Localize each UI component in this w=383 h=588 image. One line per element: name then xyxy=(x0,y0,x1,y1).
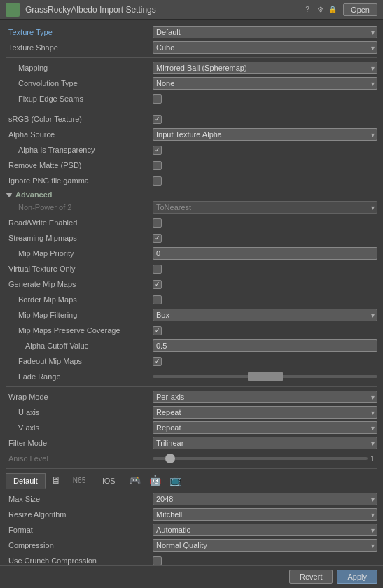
ignore-png-value xyxy=(153,176,377,186)
format-dropdown[interactable]: Automatic xyxy=(153,524,377,536)
advanced-label: Advanced xyxy=(15,190,53,199)
revert-button[interactable]: Revert xyxy=(289,570,333,584)
compression-value: Normal Quality xyxy=(153,539,377,552)
ignore-png-row: Ignore PNG file gamma xyxy=(6,174,377,188)
fixup-edge-seams-value xyxy=(153,94,377,104)
compression-dropdown-wrapper: Normal Quality xyxy=(153,539,377,552)
generate-mipmaps-row: Generate Mip Maps xyxy=(6,277,377,291)
mip-priority-label: Mip Map Priority xyxy=(6,249,153,258)
mip-filtering-label: Mip Map Filtering xyxy=(6,311,153,319)
tab-default[interactable]: Default xyxy=(6,473,46,489)
convolution-type-dropdown-wrapper: None xyxy=(153,77,377,90)
fadeout-mipmaps-value xyxy=(153,357,377,366)
resize-algo-dropdown-wrapper: Mitchell xyxy=(153,508,377,521)
max-size-dropdown[interactable]: 2048 xyxy=(153,493,377,505)
advanced-triangle-icon xyxy=(6,192,13,197)
divider-1 xyxy=(6,57,377,58)
fadeout-mipmaps-label: Fadeout Mip Maps xyxy=(6,357,153,365)
fade-range-label: Fade Range xyxy=(6,372,153,381)
main-window: GrassRockyAlbedo Import Settings ? ⚙ 🔒 O… xyxy=(0,0,383,588)
crunch-compression-label: Use Crunch Compression xyxy=(6,556,153,565)
virtual-texture-checkbox[interactable] xyxy=(153,265,162,274)
lock-icon[interactable]: 🔒 xyxy=(328,5,337,15)
resize-algo-value: Mitchell xyxy=(153,508,377,521)
compression-dropdown[interactable]: Normal Quality xyxy=(153,539,377,552)
alpha-cutoff-value xyxy=(153,340,377,352)
non-power-dropdown[interactable]: ToNearest xyxy=(153,201,377,214)
streaming-mipmaps-checkbox[interactable] xyxy=(153,234,162,243)
fade-range-slider[interactable] xyxy=(153,375,377,378)
tab-tv[interactable]: 📺 xyxy=(165,472,186,489)
convolution-type-dropdown[interactable]: None xyxy=(153,77,377,90)
u-axis-dropdown-wrapper: Repeat xyxy=(153,406,377,419)
crunch-compression-checkbox[interactable] xyxy=(153,556,162,566)
aniso-level-slider[interactable] xyxy=(153,457,368,460)
aniso-level-number: 1 xyxy=(370,454,377,463)
u-axis-row: U axis Repeat xyxy=(6,405,377,419)
filter-mode-dropdown[interactable]: Trilinear xyxy=(153,437,377,449)
app-icon xyxy=(6,3,20,17)
mip-filtering-dropdown[interactable]: Box xyxy=(153,309,377,321)
virtual-texture-value xyxy=(153,265,377,274)
u-axis-dropdown[interactable]: Repeat xyxy=(153,406,377,419)
fade-range-row: Fade Range xyxy=(6,370,377,384)
platform-tabs: Default 🖥 N65 iOS 🎮 🤖 📺 xyxy=(6,472,377,489)
alpha-cutoff-input[interactable] xyxy=(153,340,377,352)
tab-monitor[interactable]: 🖥 xyxy=(47,472,65,489)
title-bar: GrassRockyAlbedo Import Settings ? ⚙ 🔒 O… xyxy=(0,0,383,20)
apply-button[interactable]: Apply xyxy=(337,570,377,584)
settings-icon[interactable]: ⚙ xyxy=(315,5,325,15)
tab-ios[interactable]: iOS xyxy=(95,473,123,488)
border-mipmaps-checkbox[interactable] xyxy=(153,295,162,304)
ignore-png-checkbox[interactable] xyxy=(153,176,162,186)
streaming-mipmaps-row: Streaming Mipmaps xyxy=(6,231,377,245)
v-axis-dropdown[interactable]: Repeat xyxy=(153,421,377,434)
mip-filtering-row: Mip Map Filtering Box xyxy=(6,308,377,322)
wrap-mode-dropdown[interactable]: Per-axis xyxy=(153,391,377,403)
srgb-label: sRGB (Color Texture) xyxy=(6,115,153,123)
title-icons: ? ⚙ 🔒 xyxy=(302,5,337,15)
mapping-label: Mapping xyxy=(6,64,153,72)
format-value: Automatic xyxy=(153,524,377,536)
tab-n65[interactable]: N65 xyxy=(65,473,93,487)
read-write-checkbox[interactable] xyxy=(153,218,162,227)
streaming-mipmaps-label: Streaming Mipmaps xyxy=(6,234,153,242)
texture-shape-value: Cube xyxy=(153,41,377,54)
advanced-section-header[interactable]: Advanced xyxy=(6,190,377,199)
preserve-coverage-checkbox[interactable] xyxy=(153,326,162,335)
alpha-source-label: Alpha Source xyxy=(6,130,153,139)
open-button[interactable]: Open xyxy=(343,4,377,16)
crunch-compression-row: Use Crunch Compression xyxy=(6,554,377,565)
mip-priority-input[interactable] xyxy=(153,247,377,260)
help-icon[interactable]: ? xyxy=(302,5,312,15)
settings-content: Texture Type Default Texture Shape Cube xyxy=(0,20,383,565)
tab-gamepad[interactable]: 🎮 xyxy=(125,472,145,489)
texture-shape-label: Texture Shape xyxy=(6,43,153,52)
crunch-compression-value xyxy=(153,556,377,566)
preserve-coverage-value xyxy=(153,326,377,335)
u-axis-value: Repeat xyxy=(153,406,377,419)
srgb-checkbox[interactable] xyxy=(153,115,162,124)
mapping-row: Mapping Mirrored Ball (Spheremap) xyxy=(6,61,377,75)
srgb-value xyxy=(153,115,377,124)
max-size-dropdown-wrapper: 2048 xyxy=(153,493,377,505)
tab-android[interactable]: 🤖 xyxy=(145,472,165,489)
generate-mipmaps-checkbox[interactable] xyxy=(153,280,162,289)
v-axis-dropdown-wrapper: Repeat xyxy=(153,421,377,434)
format-row: Format Automatic xyxy=(6,523,377,537)
texture-type-value: Default xyxy=(153,26,377,38)
mapping-dropdown[interactable]: Mirrored Ball (Spheremap) xyxy=(153,62,377,74)
alpha-source-dropdown[interactable]: Input Texture Alpha xyxy=(153,128,377,141)
fixup-edge-seams-checkbox[interactable] xyxy=(153,94,162,104)
resize-algo-label: Resize Algorithm xyxy=(6,510,153,519)
mip-filtering-value: Box xyxy=(153,309,377,321)
resize-algo-dropdown[interactable]: Mitchell xyxy=(153,508,377,521)
alpha-transparency-row: Alpha Is Transparency xyxy=(6,143,377,157)
texture-type-dropdown[interactable]: Default xyxy=(153,26,377,38)
fadeout-mipmaps-checkbox[interactable] xyxy=(153,357,162,366)
border-mipmaps-row: Border Mip Maps xyxy=(6,293,377,307)
texture-shape-dropdown[interactable]: Cube xyxy=(153,41,377,54)
remove-matte-checkbox[interactable] xyxy=(153,161,162,170)
alpha-transparency-checkbox[interactable] xyxy=(153,146,162,155)
alpha-transparency-label: Alpha Is Transparency xyxy=(6,146,153,154)
